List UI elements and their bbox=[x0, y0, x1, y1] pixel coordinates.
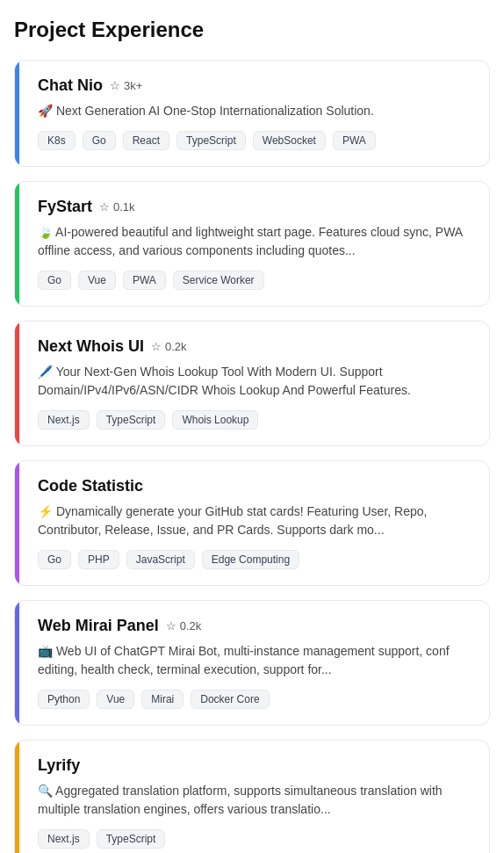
card-header: Web Mirai Panel ☆ 0.2k bbox=[38, 617, 473, 635]
project-title: Chat Nio bbox=[38, 76, 103, 95]
tag: Go bbox=[38, 271, 71, 290]
project-description: 🍃 AI-powered beautiful and lightweight s… bbox=[38, 223, 473, 260]
card-header: Lyrify bbox=[38, 756, 473, 775]
project-stars: ☆ 0.1k bbox=[99, 200, 135, 213]
card-header: Code Statistic bbox=[38, 477, 473, 495]
star-count: 0.2k bbox=[165, 340, 187, 353]
project-tags: Next.jsTypeScript bbox=[38, 829, 473, 849]
project-description: 🔍 Aggregated translation platform, suppo… bbox=[38, 782, 473, 819]
tag: React bbox=[123, 131, 169, 150]
project-description: ⚡ Dynamically generate your GitHub stat … bbox=[38, 502, 473, 539]
project-card-lyrify[interactable]: Lyrify 🔍 Aggregated translation platform… bbox=[14, 740, 490, 853]
project-card-chat-nio[interactable]: Chat Nio ☆ 3k+ 🚀 Next Generation AI One-… bbox=[14, 60, 490, 167]
tag: Go bbox=[83, 131, 116, 150]
page-title: Project Experience bbox=[14, 18, 490, 42]
project-tags: PythonVueMiraiDocker Core bbox=[38, 690, 473, 709]
tag: WebSocket bbox=[253, 131, 326, 150]
tag: JavaScript bbox=[126, 550, 195, 569]
tag: Next.js bbox=[38, 410, 90, 430]
project-tags: GoPHPJavaScriptEdge Computing bbox=[38, 550, 473, 569]
project-title: Code Statistic bbox=[38, 477, 143, 495]
tag: Mirai bbox=[141, 690, 184, 709]
project-description: 🚀 Next Generation AI One-Stop Internatio… bbox=[38, 102, 473, 120]
project-stars: ☆ 3k+ bbox=[110, 79, 142, 92]
tag: TypeScript bbox=[97, 829, 166, 849]
projects-list: Chat Nio ☆ 3k+ 🚀 Next Generation AI One-… bbox=[14, 60, 490, 853]
tag: Python bbox=[38, 690, 90, 709]
star-count: 0.2k bbox=[180, 619, 202, 633]
tag: Whois Lookup bbox=[172, 410, 258, 430]
project-description: 📺 Web UI of ChatGPT Mirai Bot, multi-ins… bbox=[38, 642, 473, 679]
project-card-fystart[interactable]: FyStart ☆ 0.1k 🍃 AI-powered beautiful an… bbox=[14, 181, 490, 307]
star-count: 0.1k bbox=[113, 200, 135, 213]
star-icon: ☆ bbox=[151, 340, 162, 353]
star-icon: ☆ bbox=[110, 79, 120, 92]
project-stars: ☆ 0.2k bbox=[151, 340, 187, 353]
star-icon: ☆ bbox=[166, 619, 176, 633]
project-title: Lyrify bbox=[38, 756, 80, 775]
tag: PWA bbox=[123, 271, 166, 290]
tag: TypeScript bbox=[97, 410, 166, 430]
project-stars: ☆ 0.2k bbox=[166, 619, 202, 633]
project-card-web-mirai-panel[interactable]: Web Mirai Panel ☆ 0.2k 📺 Web UI of ChatG… bbox=[14, 600, 490, 726]
tag: Vue bbox=[97, 690, 134, 709]
card-header: Chat Nio ☆ 3k+ bbox=[38, 76, 473, 95]
star-icon: ☆ bbox=[99, 200, 110, 213]
tag: Vue bbox=[78, 271, 116, 290]
tag: K8s bbox=[38, 131, 76, 150]
project-tags: GoVuePWAService Worker bbox=[38, 271, 473, 290]
tag: PWA bbox=[333, 131, 376, 150]
card-header: Next Whois UI ☆ 0.2k bbox=[38, 337, 473, 356]
tag: Docker Core bbox=[191, 690, 269, 709]
project-tags: Next.jsTypeScriptWhois Lookup bbox=[38, 410, 473, 430]
tag: Edge Computing bbox=[202, 550, 299, 569]
project-card-code-statistic[interactable]: Code Statistic ⚡ Dynamically generate yo… bbox=[14, 460, 490, 586]
project-title: Next Whois UI bbox=[38, 337, 144, 356]
star-count: 3k+ bbox=[124, 79, 142, 92]
project-tags: K8sGoReactTypeScriptWebSocketPWA bbox=[38, 131, 473, 150]
tag: PHP bbox=[78, 550, 119, 569]
tag: Service Worker bbox=[173, 271, 264, 290]
project-card-next-whois-ui[interactable]: Next Whois UI ☆ 0.2k 🖊️ Your Next-Gen Wh… bbox=[14, 321, 490, 446]
project-description: 🖊️ Your Next-Gen Whois Lookup Tool With … bbox=[38, 363, 473, 400]
card-header: FyStart ☆ 0.1k bbox=[38, 198, 473, 216]
project-title: FyStart bbox=[38, 198, 92, 216]
tag: Go bbox=[38, 550, 71, 569]
tag: TypeScript bbox=[176, 131, 246, 150]
project-title: Web Mirai Panel bbox=[38, 617, 159, 635]
tag: Next.js bbox=[38, 829, 90, 849]
